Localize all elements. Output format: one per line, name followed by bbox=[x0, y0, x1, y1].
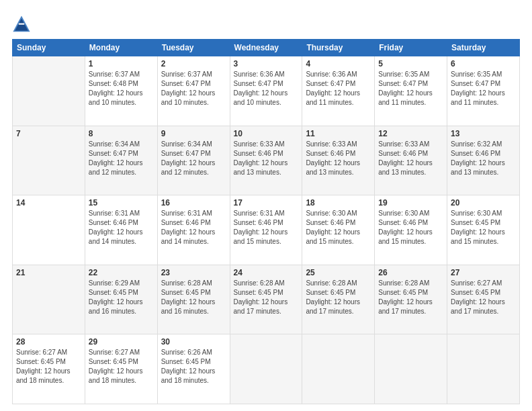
day-detail: Sunrise: 6:36 AM Sunset: 6:47 PM Dayligh… bbox=[234, 70, 299, 107]
calendar-cell: 26Sunrise: 6:28 AM Sunset: 6:45 PM Dayli… bbox=[375, 265, 447, 334]
day-number: 15 bbox=[89, 198, 154, 208]
calendar-week-row: 28Sunrise: 6:27 AM Sunset: 6:45 PM Dayli… bbox=[13, 334, 520, 404]
day-detail: Sunrise: 6:28 AM Sunset: 6:45 PM Dayligh… bbox=[306, 279, 371, 316]
day-number: 27 bbox=[451, 268, 516, 277]
calendar-cell bbox=[447, 334, 520, 404]
day-number: 18 bbox=[306, 198, 371, 208]
day-number: 14 bbox=[16, 198, 81, 208]
calendar-cell: 13Sunrise: 6:32 AM Sunset: 6:46 PM Dayli… bbox=[447, 126, 520, 195]
page: SundayMondayTuesdayWednesdayThursdayFrid… bbox=[0, 0, 532, 411]
calendar-cell: 7 bbox=[13, 126, 85, 195]
day-number: 25 bbox=[306, 268, 371, 277]
day-number: 19 bbox=[378, 198, 443, 208]
calendar-cell: 5Sunrise: 6:35 AM Sunset: 6:47 PM Daylig… bbox=[375, 56, 447, 126]
day-detail: Sunrise: 6:31 AM Sunset: 6:46 PM Dayligh… bbox=[161, 209, 226, 246]
calendar-cell: 24Sunrise: 6:28 AM Sunset: 6:45 PM Dayli… bbox=[230, 265, 302, 334]
calendar-cell: 19Sunrise: 6:30 AM Sunset: 6:46 PM Dayli… bbox=[375, 195, 447, 265]
calendar-cell: 29Sunrise: 6:27 AM Sunset: 6:45 PM Dayli… bbox=[85, 334, 157, 404]
calendar-header-row: SundayMondayTuesdayWednesdayThursdayFrid… bbox=[13, 40, 520, 56]
day-detail: Sunrise: 6:35 AM Sunset: 6:47 PM Dayligh… bbox=[378, 70, 443, 107]
calendar-cell: 9Sunrise: 6:34 AM Sunset: 6:47 PM Daylig… bbox=[157, 126, 230, 195]
day-number: 10 bbox=[234, 129, 299, 138]
day-number: 5 bbox=[378, 59, 443, 68]
day-detail: Sunrise: 6:27 AM Sunset: 6:45 PM Dayligh… bbox=[451, 279, 516, 316]
calendar-cell: 20Sunrise: 6:30 AM Sunset: 6:45 PM Dayli… bbox=[447, 195, 520, 265]
day-number: 6 bbox=[451, 59, 516, 68]
day-number: 24 bbox=[234, 268, 299, 277]
day-detail: Sunrise: 6:27 AM Sunset: 6:45 PM Dayligh… bbox=[89, 348, 154, 385]
calendar-cell: 17Sunrise: 6:31 AM Sunset: 6:46 PM Dayli… bbox=[230, 195, 302, 265]
day-detail: Sunrise: 6:33 AM Sunset: 6:46 PM Dayligh… bbox=[234, 140, 299, 177]
day-number: 17 bbox=[234, 198, 299, 208]
day-detail: Sunrise: 6:36 AM Sunset: 6:47 PM Dayligh… bbox=[306, 70, 371, 107]
calendar-table: SundayMondayTuesdayWednesdayThursdayFrid… bbox=[12, 39, 520, 404]
calendar-cell: 23Sunrise: 6:28 AM Sunset: 6:45 PM Dayli… bbox=[157, 265, 230, 334]
calendar-cell: 21 bbox=[13, 265, 85, 334]
header bbox=[12, 12, 520, 34]
day-detail: Sunrise: 6:29 AM Sunset: 6:45 PM Dayligh… bbox=[89, 279, 154, 316]
day-number: 22 bbox=[89, 268, 154, 277]
calendar-cell: 3Sunrise: 6:36 AM Sunset: 6:47 PM Daylig… bbox=[230, 56, 302, 126]
day-number: 3 bbox=[234, 59, 299, 68]
day-detail: Sunrise: 6:34 AM Sunset: 6:47 PM Dayligh… bbox=[89, 140, 154, 177]
day-number: 8 bbox=[89, 129, 154, 138]
day-number: 20 bbox=[451, 198, 516, 208]
calendar-cell: 27Sunrise: 6:27 AM Sunset: 6:45 PM Dayli… bbox=[447, 265, 520, 334]
calendar-day-header: Tuesday bbox=[157, 40, 230, 56]
calendar-cell: 2Sunrise: 6:37 AM Sunset: 6:47 PM Daylig… bbox=[157, 56, 230, 126]
day-detail: Sunrise: 6:31 AM Sunset: 6:46 PM Dayligh… bbox=[234, 209, 299, 246]
calendar-week-row: 2122Sunrise: 6:29 AM Sunset: 6:45 PM Day… bbox=[13, 265, 520, 334]
day-detail: Sunrise: 6:33 AM Sunset: 6:46 PM Dayligh… bbox=[306, 140, 371, 177]
day-number: 13 bbox=[451, 129, 516, 138]
logo bbox=[12, 15, 34, 34]
day-number: 9 bbox=[161, 129, 226, 138]
calendar-cell: 28Sunrise: 6:27 AM Sunset: 6:45 PM Dayli… bbox=[13, 334, 85, 404]
calendar-cell bbox=[13, 56, 85, 126]
calendar-cell: 8Sunrise: 6:34 AM Sunset: 6:47 PM Daylig… bbox=[85, 126, 157, 195]
day-detail: Sunrise: 6:37 AM Sunset: 6:47 PM Dayligh… bbox=[161, 70, 226, 107]
day-detail: Sunrise: 6:31 AM Sunset: 6:46 PM Dayligh… bbox=[89, 209, 154, 246]
calendar-day-header: Monday bbox=[85, 40, 157, 56]
calendar-cell: 30Sunrise: 6:26 AM Sunset: 6:45 PM Dayli… bbox=[157, 334, 230, 404]
calendar-cell: 6Sunrise: 6:35 AM Sunset: 6:47 PM Daylig… bbox=[447, 56, 520, 126]
day-detail: Sunrise: 6:30 AM Sunset: 6:45 PM Dayligh… bbox=[451, 209, 516, 246]
calendar-cell bbox=[230, 334, 302, 404]
day-number: 4 bbox=[306, 59, 371, 68]
day-number: 11 bbox=[306, 129, 371, 138]
day-detail: Sunrise: 6:33 AM Sunset: 6:46 PM Dayligh… bbox=[378, 140, 443, 177]
calendar-day-header: Sunday bbox=[13, 40, 85, 56]
calendar-cell: 11Sunrise: 6:33 AM Sunset: 6:46 PM Dayli… bbox=[302, 126, 375, 195]
day-number: 30 bbox=[161, 337, 226, 347]
day-number: 26 bbox=[378, 268, 443, 277]
calendar-day-header: Thursday bbox=[302, 40, 375, 56]
calendar-cell: 12Sunrise: 6:33 AM Sunset: 6:46 PM Dayli… bbox=[375, 126, 447, 195]
day-detail: Sunrise: 6:27 AM Sunset: 6:45 PM Dayligh… bbox=[16, 348, 81, 385]
calendar-day-header: Saturday bbox=[447, 40, 520, 56]
calendar-week-row: 1415Sunrise: 6:31 AM Sunset: 6:46 PM Day… bbox=[13, 195, 520, 265]
calendar-cell: 16Sunrise: 6:31 AM Sunset: 6:46 PM Dayli… bbox=[157, 195, 230, 265]
calendar-week-row: 78Sunrise: 6:34 AM Sunset: 6:47 PM Dayli… bbox=[13, 126, 520, 195]
day-number: 2 bbox=[161, 59, 226, 68]
calendar-day-header: Friday bbox=[375, 40, 447, 56]
day-number: 16 bbox=[161, 198, 226, 208]
day-number: 12 bbox=[378, 129, 443, 138]
calendar-cell: 15Sunrise: 6:31 AM Sunset: 6:46 PM Dayli… bbox=[85, 195, 157, 265]
day-number: 7 bbox=[16, 129, 81, 138]
day-detail: Sunrise: 6:37 AM Sunset: 6:48 PM Dayligh… bbox=[89, 70, 154, 107]
calendar-cell bbox=[375, 334, 447, 404]
logo-icon bbox=[12, 15, 31, 34]
svg-rect-2 bbox=[19, 24, 24, 25]
calendar-cell: 4Sunrise: 6:36 AM Sunset: 6:47 PM Daylig… bbox=[302, 56, 375, 126]
day-detail: Sunrise: 6:30 AM Sunset: 6:46 PM Dayligh… bbox=[378, 209, 443, 246]
calendar-cell: 1Sunrise: 6:37 AM Sunset: 6:48 PM Daylig… bbox=[85, 56, 157, 126]
day-number: 1 bbox=[89, 59, 154, 68]
day-number: 21 bbox=[16, 268, 81, 277]
calendar-cell: 18Sunrise: 6:30 AM Sunset: 6:46 PM Dayli… bbox=[302, 195, 375, 265]
calendar-cell: 14 bbox=[13, 195, 85, 265]
calendar-cell bbox=[302, 334, 375, 404]
calendar-cell: 25Sunrise: 6:28 AM Sunset: 6:45 PM Dayli… bbox=[302, 265, 375, 334]
day-number: 29 bbox=[89, 337, 154, 347]
day-detail: Sunrise: 6:35 AM Sunset: 6:47 PM Dayligh… bbox=[451, 70, 516, 107]
day-number: 28 bbox=[16, 337, 81, 347]
day-detail: Sunrise: 6:32 AM Sunset: 6:46 PM Dayligh… bbox=[451, 140, 516, 177]
